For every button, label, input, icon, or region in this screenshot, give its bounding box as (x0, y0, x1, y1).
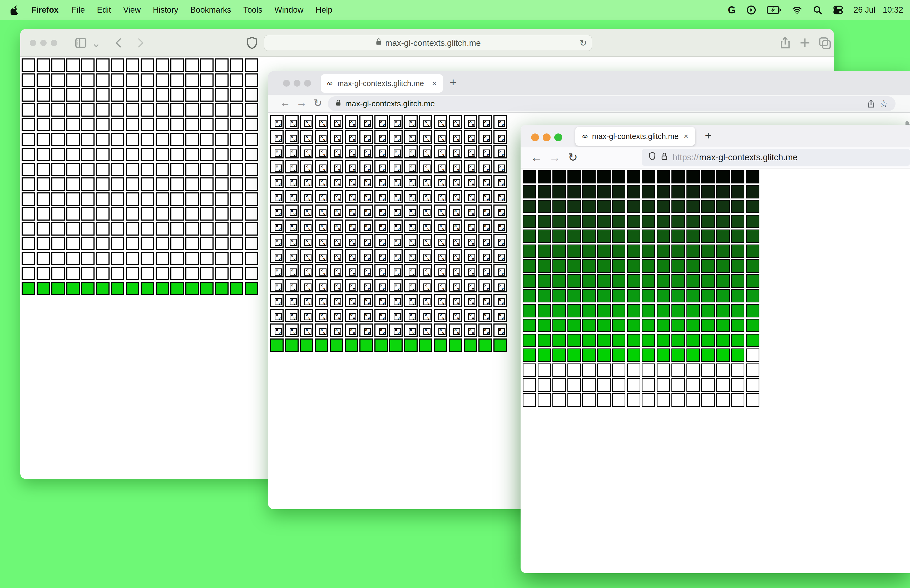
menu-item-help[interactable]: Help (310, 5, 339, 15)
lock-icon[interactable] (660, 152, 668, 163)
webgl-cell-filled (671, 229, 685, 243)
minimize-button[interactable] (294, 80, 301, 87)
minimize-button[interactable] (40, 40, 47, 46)
webgl-cell-empty (230, 237, 243, 250)
reload-icon[interactable]: ↻ (314, 97, 322, 109)
wifi-icon[interactable] (792, 5, 802, 15)
broken-image-cell: ×∨ (345, 205, 358, 218)
close-button[interactable] (283, 80, 290, 87)
webgl-cell-filled (553, 244, 566, 258)
tabs-overview-icon[interactable] (818, 36, 831, 50)
broken-image-cell: ×∨ (493, 294, 507, 307)
reload-icon[interactable]: ↻ (568, 150, 578, 164)
close-tab-icon[interactable]: × (684, 132, 688, 141)
apple-menu-icon[interactable] (11, 5, 18, 15)
webgl-cell-filled (434, 338, 448, 352)
infinity-favicon: ∞ (327, 79, 333, 88)
minimize-button[interactable] (543, 133, 551, 141)
broken-image-cell: ×∨ (345, 294, 358, 307)
battery-icon[interactable] (767, 5, 782, 15)
address-bar[interactable]: max-gl-contexts.glitch.me ☆ (328, 96, 895, 111)
webgl-cell-filled (687, 244, 700, 258)
menu-item-history[interactable]: History (147, 5, 184, 15)
shield-icon[interactable] (648, 152, 656, 163)
back-icon[interactable] (112, 36, 126, 50)
broken-image-cell: ×∨ (434, 294, 448, 307)
close-button[interactable] (30, 40, 36, 46)
broken-image-cell: ×∨ (493, 175, 507, 188)
broken-image-cell: ×∨ (375, 264, 388, 278)
menu-bar-clock[interactable]: 10:32 (883, 5, 903, 15)
webgl-cell-empty (96, 133, 110, 146)
webgl-cell-filled (597, 349, 611, 362)
webgl-cell-empty (51, 222, 65, 236)
menu-item-edit[interactable]: Edit (91, 5, 117, 15)
new-tab-button[interactable]: + (450, 76, 457, 89)
tab-max-gl-contexts[interactable]: ∞ max-gl-contexts.glitch.me/ × (575, 127, 695, 146)
chevron-down-icon[interactable] (92, 39, 100, 52)
google-icon[interactable]: G (728, 5, 736, 16)
control-center-icon[interactable] (833, 5, 843, 15)
forward-icon[interactable]: → (296, 97, 307, 109)
address-bar[interactable]: max-gl-contexts.glitch.me ↻ (264, 35, 592, 51)
new-tab-icon[interactable] (798, 36, 811, 50)
forward-icon[interactable]: → (549, 150, 561, 164)
firefox-tab-bar[interactable]: ∞ max-gl-contexts.glitch.me/ × + (520, 125, 910, 147)
zoom-button[interactable] (554, 133, 562, 141)
play-icon[interactable] (746, 5, 756, 15)
webgl-cell-empty (156, 118, 169, 131)
forward-icon[interactable] (134, 36, 147, 50)
menu-item-window[interactable]: Window (268, 5, 309, 15)
webgl-cell-empty (96, 163, 110, 176)
star-icon[interactable]: ☆ (879, 99, 888, 109)
tab-max-gl-contexts[interactable]: ∞ max-gl-contexts.glitch.me × (321, 74, 443, 93)
reload-icon[interactable]: ↻ (580, 38, 587, 48)
broken-image-cell: ×∨ (478, 323, 492, 337)
webgl-cell-empty (230, 192, 243, 206)
zoom-button[interactable] (51, 40, 57, 46)
back-icon[interactable]: ← (530, 150, 542, 164)
address-bar[interactable]: https:// max-gl-contexts.glitch.me (642, 149, 910, 166)
broken-image-icon: ×∨ (498, 239, 505, 246)
menu-bar-date[interactable]: 26 Jul (853, 5, 876, 15)
webgl-cell-empty (141, 88, 154, 102)
share-icon[interactable] (779, 36, 792, 50)
broken-image-icon: ×∨ (289, 165, 297, 171)
zoom-button[interactable] (304, 80, 311, 87)
search-icon[interactable] (813, 5, 823, 15)
broken-image-icon: ×∨ (498, 120, 505, 127)
new-tab-button[interactable]: + (705, 129, 712, 142)
broken-image-icon: ×∨ (468, 150, 475, 157)
menu-item-firefox[interactable]: Firefox (25, 5, 66, 15)
broken-image-icon: ×∨ (349, 254, 356, 261)
webgl-cell-empty (185, 58, 199, 72)
safari-toolbar[interactable]: max-gl-contexts.glitch.me ↻ (20, 29, 834, 57)
shield-icon[interactable] (246, 36, 259, 50)
webgl-cell-empty (627, 393, 640, 407)
menu-item-tools[interactable]: Tools (237, 5, 268, 15)
menu-item-file[interactable]: File (66, 5, 91, 15)
broken-image-icon: ×∨ (275, 224, 282, 231)
broken-image-icon: ×∨ (334, 328, 341, 335)
broken-image-icon: ×∨ (394, 239, 401, 246)
close-button[interactable] (531, 133, 539, 141)
broken-image-cell: ×∨ (478, 294, 492, 307)
broken-image-cell: ×∨ (375, 309, 388, 322)
chrome-tab-bar[interactable]: ∞ max-gl-contexts.glitch.me × + (268, 71, 910, 95)
broken-image-cell: ×∨ (464, 264, 477, 278)
back-icon[interactable]: ← (280, 97, 291, 109)
webgl-cell-empty (81, 222, 95, 236)
webgl-cell-empty (156, 222, 169, 236)
sidebar-icon[interactable] (74, 36, 87, 50)
menu-item-bookmarks[interactable]: Bookmarks (184, 5, 237, 15)
webgl-cell-filled (671, 200, 685, 213)
webgl-cell-filled (567, 349, 581, 362)
menu-item-view[interactable]: View (117, 5, 147, 15)
webgl-cell-empty (96, 118, 110, 131)
webgl-cell-filled (687, 259, 700, 273)
webgl-cell-empty (245, 222, 258, 236)
close-tab-icon[interactable]: × (432, 79, 436, 88)
broken-image-cell: ×∨ (389, 130, 402, 144)
share-icon[interactable] (866, 99, 876, 108)
broken-image-icon: ×∨ (304, 194, 312, 201)
